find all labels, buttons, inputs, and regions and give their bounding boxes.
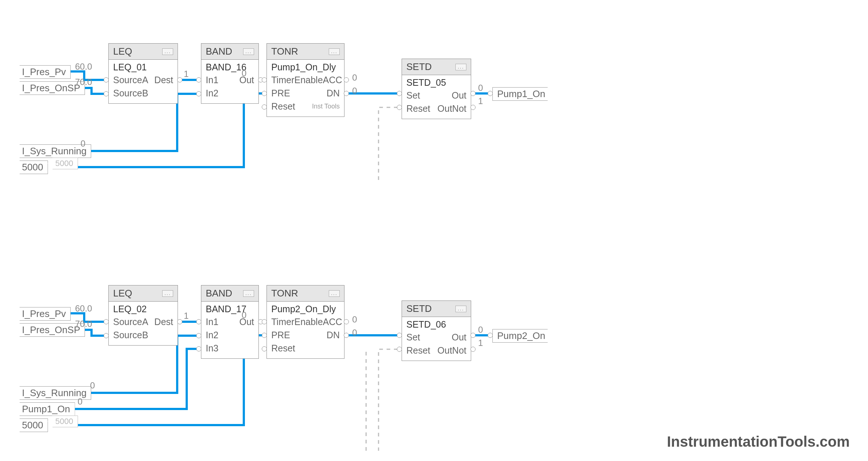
val-band1-in2: 0: [81, 139, 85, 149]
val-leq1-a: 60.0: [75, 62, 92, 72]
setd1-outnot: OutNot: [437, 102, 466, 115]
pin-setd1-set[interactable]: [397, 91, 402, 96]
pin-setd1-outnot[interactable]: [470, 105, 476, 110]
block-tonr-1-opts[interactable]: ...: [329, 48, 340, 55]
pin-tonr2-reset[interactable]: [262, 346, 267, 351]
const-5000-1[interactable]: 5000: [15, 161, 48, 174]
tag-i-pres-onsp-2[interactable]: I_Pres_OnSP: [15, 323, 85, 337]
pin-leq1-b[interactable]: [104, 91, 109, 96]
leq1-out-dest: Dest: [154, 73, 173, 86]
block-setd-2-opts[interactable]: ...: [455, 306, 466, 312]
block-leq-2[interactable]: LEQ ... LEQ_02 SourceADest SourceB: [108, 285, 178, 346]
pin-setd1-out[interactable]: [470, 91, 476, 96]
watermark: InstrumentationTools.com: [667, 434, 850, 450]
val-leq2-a: 60.0: [75, 303, 92, 314]
block-leq-1-type: LEQ: [113, 46, 132, 57]
setd2-reset: Reset: [406, 344, 430, 357]
block-setd-1[interactable]: SETD ... SETD_05 SetOut ResetOutNot: [402, 59, 471, 119]
pin-band1-in2[interactable]: [196, 91, 201, 96]
pin-tonr2-te[interactable]: [262, 319, 267, 324]
val-setd1-outnot: 1: [478, 96, 483, 106]
block-tonr-2-opts[interactable]: ...: [329, 290, 340, 297]
tag-pump1-on[interactable]: Pump1_On: [492, 87, 553, 101]
pin-pump1-on[interactable]: [488, 91, 493, 96]
pin-leq1-a[interactable]: [104, 77, 109, 82]
pin-band1-in1[interactable]: [196, 77, 201, 82]
val-leq2-b: 70.0: [75, 319, 92, 329]
pin-leq1-dest[interactable]: [177, 77, 182, 82]
tag-i-pres-pv-2[interactable]: I_Pres_Pv: [15, 307, 71, 321]
val-tonr2-te: 0: [242, 310, 246, 320]
val-tonr1-dn: 0: [352, 86, 357, 96]
pin-setd2-outnot[interactable]: [470, 347, 476, 352]
block-leq-1-opts[interactable]: ...: [162, 48, 173, 55]
band1-in1: In1: [206, 73, 219, 86]
tonr1-acc: ACC: [323, 73, 342, 86]
setd1-set: Set: [406, 89, 420, 102]
block-tonr-1-name: Pump1_On_Dly: [271, 62, 340, 73]
pin-tonr2-dn[interactable]: [344, 333, 349, 338]
block-setd-2-name: SETD_06: [406, 319, 466, 330]
tonr2-pre: PRE: [271, 328, 290, 342]
block-leq-2-name: LEQ_02: [113, 304, 173, 314]
block-leq-2-opts[interactable]: ...: [162, 290, 173, 297]
band2-in1: In1: [206, 315, 219, 328]
leq2-out-dest: Dest: [154, 315, 173, 328]
tonr1-dn: DN: [327, 86, 340, 100]
pin-setd2-reset[interactable]: [397, 347, 402, 352]
block-band-2-name: BAND_17: [206, 304, 254, 314]
pin-tonr2-pre[interactable]: [262, 333, 267, 338]
tag-i-pres-pv-1[interactable]: I_Pres_Pv: [15, 65, 71, 79]
setd2-set: Set: [406, 331, 420, 344]
pin-band2-in3[interactable]: [196, 346, 201, 351]
block-band-2[interactable]: BAND ... BAND_17 In1Out In2 In3: [201, 285, 259, 359]
pin-tonr1-te[interactable]: [262, 77, 267, 82]
pin-band2-in2[interactable]: [196, 333, 201, 338]
tonr1-te: TimerEnable: [271, 73, 323, 86]
pin-setd2-set[interactable]: [397, 333, 402, 338]
pin-tonr1-dn[interactable]: [344, 91, 349, 96]
block-setd-2[interactable]: SETD ... SETD_06 SetOut ResetOutNot: [402, 300, 471, 361]
block-band-2-opts[interactable]: ...: [243, 290, 254, 297]
pin-setd1-reset[interactable]: [397, 105, 402, 110]
pin-pump2-on[interactable]: [488, 333, 493, 338]
leq1-in-a: SourceA: [113, 73, 148, 86]
pin-tonr1-pre[interactable]: [262, 91, 267, 96]
block-tonr-2-type: TONR: [271, 288, 298, 299]
block-setd-1-type: SETD: [406, 61, 432, 73]
tag-i-pres-onsp-1[interactable]: I_Pres_OnSP: [15, 81, 85, 95]
tag-pump2-on[interactable]: Pump2_On: [492, 329, 553, 343]
const-5000-2[interactable]: 5000: [15, 418, 48, 432]
block-band-1-opts[interactable]: ...: [243, 48, 254, 55]
pin-leq2-b[interactable]: [104, 333, 109, 338]
pin-leq2-a[interactable]: [104, 319, 109, 324]
setd1-reset: Reset: [406, 102, 430, 115]
pin-setd2-out[interactable]: [470, 333, 476, 338]
pin-leq2-dest[interactable]: [177, 319, 182, 324]
block-tonr-1[interactable]: TONR ... Pump1_On_Dly TimerEnableACC PRE…: [267, 43, 344, 117]
block-setd-2-type: SETD: [406, 303, 432, 314]
tag-i-sys-running-1[interactable]: I_Sys_Running: [15, 144, 91, 158]
val-tonr1-te: 0: [242, 68, 246, 78]
val-band2-in3: 0: [78, 397, 82, 407]
setd2-out: Out: [452, 331, 466, 344]
setd1-out: Out: [452, 89, 466, 102]
val-setd2-out: 0: [478, 325, 483, 335]
pin-tonr2-acc[interactable]: [344, 319, 349, 324]
tonr2-dn: DN: [327, 328, 340, 342]
block-band-2-type: BAND: [206, 288, 232, 299]
tag-pump1-on-2[interactable]: Pump1_On: [15, 402, 75, 416]
pin-tonr1-acc[interactable]: [344, 77, 349, 82]
block-band-1[interactable]: BAND ... BAND_16 In1Out In2: [201, 43, 259, 104]
block-tonr-2[interactable]: TONR ... Pump2_On_Dly TimerEnableACC PRE…: [267, 285, 344, 359]
block-tonr-2-name: Pump2_On_Dly: [271, 304, 340, 314]
val-band2-in2: 0: [90, 380, 95, 391]
tonr1-reset: Reset: [271, 100, 295, 113]
block-tonr-1-type: TONR: [271, 46, 298, 57]
block-setd-1-opts[interactable]: ...: [455, 64, 466, 70]
tonr1-pre: PRE: [271, 86, 290, 100]
block-leq-1[interactable]: LEQ ... LEQ_01 SourceADest SourceB: [108, 43, 178, 104]
pin-band2-in1[interactable]: [196, 319, 201, 324]
val-tonr1-acc: 0: [352, 73, 357, 83]
pin-tonr1-reset[interactable]: [262, 104, 267, 110]
